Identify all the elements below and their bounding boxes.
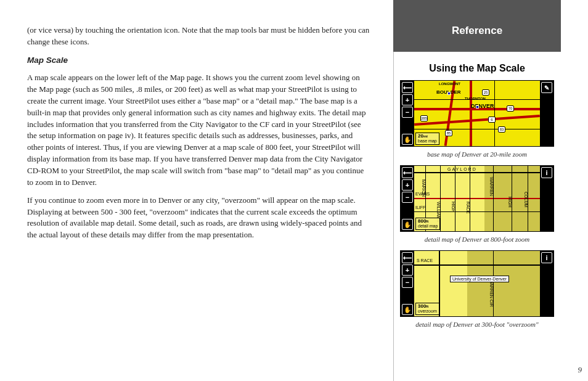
map-canvas: S RACE WARREN CIR University of Denver-D… [414,251,540,316]
pan-hand-icon[interactable] [402,219,413,230]
zoom-in-icon[interactable] [402,94,413,105]
poi-university: University of Denver-Denver [450,276,509,282]
city-longmont: LONGMONT [439,82,460,86]
reference-header: Reference [393,0,561,52]
scale-indicator: 20mi base map [415,133,439,145]
city-thornton: THORNTON [465,97,486,100]
zoom-in-icon[interactable] [402,179,413,190]
figure1-caption: base map of Denver at 20-mile zoom [400,150,554,158]
info-icon[interactable] [541,167,552,178]
map-canvas: LONGMONT BOULDER THORNTON DENVER 285 70 … [414,81,540,146]
back-icon[interactable] [402,167,413,178]
figure-overzoom-300ft: S RACE WARREN CIR University of Denver-D… [400,250,554,317]
city-denver: DENVER [471,103,494,109]
pan-hand-icon[interactable] [402,304,413,315]
sidebar-column: Reference Using the Map Scale LONGMONT B… [393,0,572,381]
info-icon[interactable] [541,252,552,263]
subheading-map-scale: Map Scale [27,54,370,67]
zoom-out-icon[interactable] [402,192,413,203]
map-tools-left [401,81,414,146]
sidebar-section-title: Using the Map Scale [394,63,560,74]
pencil-icon[interactable] [541,82,552,93]
scale-indicator: 300ft overzoom [415,303,439,315]
zoom-in-icon[interactable] [402,264,413,276]
page-number: 9 [578,365,582,375]
pan-hand-icon[interactable] [402,134,413,145]
zoom-out-icon[interactable] [402,277,413,288]
map-tools-right [540,251,553,316]
main-text-column: (or vice versa) by touching the orientat… [0,0,382,381]
figure2-caption: detail map of Denver at 800-foot zoom [400,236,554,243]
scale-indicator: 800ft detail map [415,218,440,230]
figure3-caption: detail map of Denver at 300-foot "overzo… [400,321,554,328]
figure-basemap-20mi: LONGMONT BOULDER THORNTON DENVER 285 70 … [400,80,554,147]
paragraph-1: A map scale appears on the lower left of… [27,72,370,188]
back-icon[interactable] [402,82,413,93]
zoom-out-icon[interactable] [402,107,413,118]
back-icon[interactable] [402,252,413,263]
figure-detailmap-800ft: GAYLORD MARION WILLIAMS HIGH RACE WARREN… [400,165,554,232]
map-tools-left [401,166,414,231]
intro-continued: (or vice versa) by touching the orientat… [27,25,370,48]
paragraph-2: If you continue to zoom even more in to … [27,195,370,241]
map-tools-right [540,81,553,146]
map-canvas: GAYLORD MARION WILLIAMS HIGH RACE WARREN… [414,166,540,231]
map-tools-right [540,166,553,231]
map-tools-left [401,251,414,316]
